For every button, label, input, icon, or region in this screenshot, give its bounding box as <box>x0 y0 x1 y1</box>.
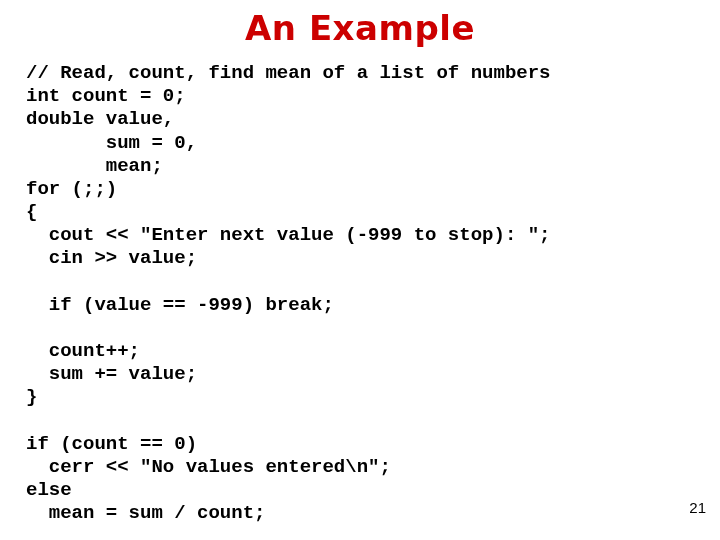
slide-title: An Example <box>0 8 720 48</box>
slide: An Example // Read, count, find mean of … <box>0 8 720 540</box>
page-number: 21 <box>689 499 706 516</box>
code-block: // Read, count, find mean of a list of n… <box>26 62 720 525</box>
